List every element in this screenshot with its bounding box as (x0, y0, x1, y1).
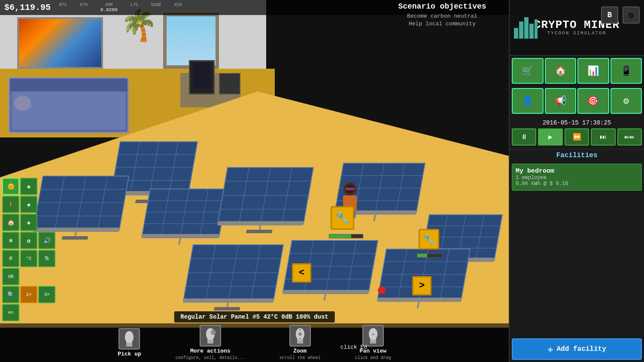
zoom-icon[interactable] (289, 325, 311, 347)
icon-grid-row2: 👤 📢 🎯 ⚙ (510, 86, 644, 116)
bar-chart-icon (514, 13, 538, 41)
svg-rect-65 (214, 307, 240, 310)
svg-rect-100 (524, 17, 529, 39)
svg-rect-73 (283, 290, 369, 294)
add-facility-label: Add facility (557, 345, 606, 353)
tool-zoom4[interactable]: 4× (2, 304, 19, 321)
svg-rect-38 (246, 230, 272, 233)
btn-shop[interactable]: 🛒 (512, 58, 544, 84)
progress-bar-2-fill (417, 254, 427, 257)
action-zoom-label: Zoom (293, 348, 307, 354)
facility-employees: 1 employee (516, 175, 638, 181)
left-toolbar: 🌞 ◈ 🚶 ◈ 🏠 ◈ ❄ ✿ 🔊 # °C % dB 🔍 2× 3× 4× (2, 178, 55, 321)
tool-empty-4 (20, 268, 37, 285)
facility-card[interactable]: My bedroom 1 employee 0.04 kWh @ $ 0.10 (512, 164, 642, 191)
logo-settings-btn[interactable]: ⚙ (623, 6, 640, 24)
icon-grid-row1: 🛒 🏠 📊 📱 (510, 56, 644, 86)
btn-chart[interactable]: 📊 (577, 58, 609, 84)
more-icon[interactable]: ⋮ (200, 325, 221, 347)
crypto-eth: ETH (80, 3, 88, 12)
crypto-eth-name: ETH (80, 3, 88, 7)
tool-sound[interactable]: 🔊 (38, 232, 55, 249)
balance: $6,119.95 (4, 3, 51, 12)
wall-art (17, 17, 103, 69)
crypto-doge: DOGE (151, 3, 161, 12)
tool-db[interactable]: dB (2, 268, 19, 285)
btn-mobile[interactable]: 📱 (611, 58, 642, 84)
tool-zoom1[interactable]: 🔍 (2, 286, 19, 303)
btn-settings[interactable]: ⚙ (611, 88, 642, 114)
crypto-xmr-name: XMR (105, 3, 113, 7)
panel-info: Regular Solar Panel #5 42°C 0dB 100% dus… (174, 311, 334, 322)
tool-grid2[interactable]: ◈ (20, 196, 37, 213)
add-facility-btn[interactable]: ✚ Add facility (512, 338, 642, 360)
speed-play[interactable]: ▶ (538, 128, 562, 146)
crypto-doge-name: DOGE (151, 3, 161, 7)
tool-empty-3 (38, 214, 55, 231)
svg-rect-102 (535, 19, 538, 39)
tool-hash[interactable]: # (2, 250, 19, 267)
svg-line-28 (179, 238, 180, 245)
crypto-xmr: XMR 0.8209 (100, 3, 118, 12)
game-area: 🌴 (0, 0, 509, 362)
speed-pause[interactable]: ⏸ (512, 128, 536, 146)
svg-line-74 (324, 294, 325, 301)
action-pan-sublabel: click and drag (355, 356, 391, 360)
tool-temp[interactable]: ❄ (2, 232, 19, 249)
speed-fastest[interactable]: ⏭⏭ (617, 128, 642, 146)
action-zoom[interactable]: Zoom scroll the wheel (279, 325, 321, 360)
nav-arrow-right[interactable]: > (412, 276, 431, 295)
svg-line-47 (374, 215, 375, 221)
tool-zoom2[interactable]: 2× (20, 286, 37, 303)
speed-faster[interactable]: ⏭ (591, 128, 615, 146)
tool-sun[interactable]: 🌞 (2, 178, 19, 195)
action-more-sublabel: configure, sell, details... (176, 356, 245, 360)
btn-megaphone[interactable]: 📢 (545, 88, 577, 114)
tool-flower[interactable]: ✿ (20, 232, 37, 249)
tool-celsius[interactable]: °C (20, 250, 37, 267)
svg-text:✛: ✛ (371, 332, 374, 338)
action-pickup-label: Pick up (118, 351, 141, 357)
btn-home[interactable]: 🏠 (545, 58, 577, 84)
scenario-objectives: Scenario objectives Become carbon neutra… (382, 2, 502, 28)
crypto-ltc: LTC (131, 3, 138, 12)
svg-point-85 (125, 331, 134, 343)
action-pan[interactable]: ✛ Pan view click and drag (355, 325, 391, 360)
bottom-bar: Pick up ⋮ More actions configure, sell, … (0, 323, 509, 362)
tool-zoom3[interactable]: 3× (38, 286, 55, 303)
progress-bar-fill (329, 234, 351, 238)
tool-grid3[interactable]: ◈ (20, 214, 37, 231)
logo-badge[interactable]: B (601, 6, 618, 24)
facility-cost: 0.04 kWh @ $ 0.10 (516, 181, 638, 187)
solar-panel-4 (216, 167, 313, 233)
datetime: 2016-05-15 17:38:25 (510, 116, 644, 128)
tool-building[interactable]: 🏠 (2, 214, 19, 231)
crypto-btc-name: BTC (59, 3, 67, 7)
svg-rect-19 (62, 236, 88, 240)
btn-person[interactable]: 👤 (512, 88, 544, 114)
svg-rect-82 (377, 298, 462, 302)
btn-target[interactable]: 🎯 (577, 88, 609, 114)
svg-rect-98 (514, 28, 518, 39)
action-pickup[interactable]: Pick up (118, 328, 141, 357)
crypto-xmr-value: 0.8209 (100, 7, 118, 12)
action-more[interactable]: ⋮ More actions configure, sell, details.… (176, 325, 245, 360)
speed-fast[interactable]: ⏩ (565, 128, 589, 146)
wrench-icon-2[interactable]: 🔧 (419, 229, 439, 249)
facility-name: My bedroom (516, 167, 638, 175)
nav-arrow-left[interactable]: < (292, 263, 311, 283)
svg-text:⋮: ⋮ (212, 331, 215, 335)
wrench-icon[interactable]: 🔧 (331, 206, 354, 230)
solar-panel-3 (140, 189, 228, 245)
scenario-obj-2: Help local community (382, 20, 502, 28)
svg-rect-63 (183, 298, 274, 303)
palm-tree: 🌴 (120, 13, 158, 43)
add-facility-plus: ✚ (547, 344, 553, 355)
worker-2-progress-bar (417, 253, 443, 258)
tool-grid1[interactable]: ◈ (20, 178, 37, 195)
tool-walk[interactable]: 🚶 (2, 196, 19, 213)
pickup-icon[interactable] (118, 328, 140, 350)
pan-icon[interactable]: ✛ (362, 325, 384, 347)
tool-percent[interactable]: % (38, 250, 55, 267)
action-zoom-sublabel: scroll the wheel (279, 356, 321, 360)
